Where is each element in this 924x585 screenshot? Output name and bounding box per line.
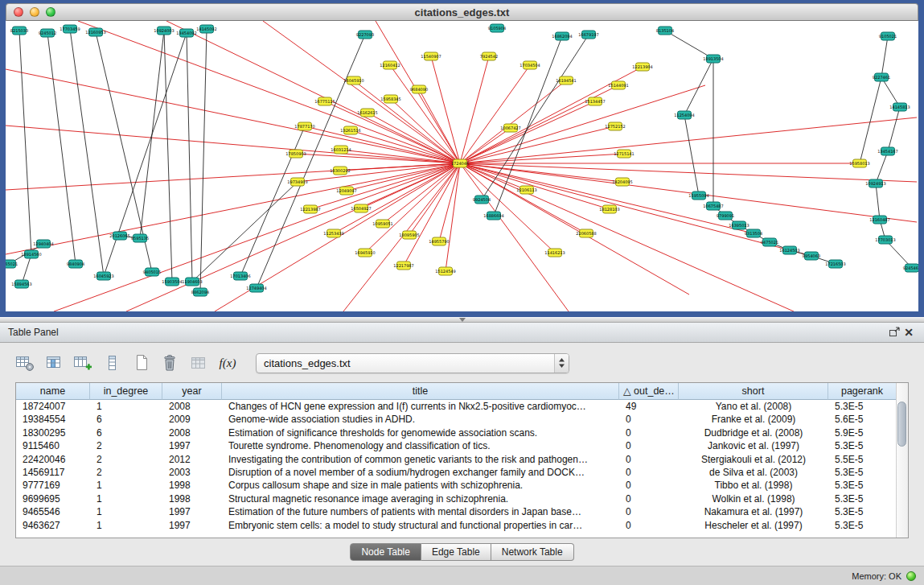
graph-node[interactable]: 9799091 <box>717 212 734 220</box>
table-selector-dropdown[interactable]: citations_edges.txt <box>256 353 569 373</box>
new-table-button[interactable] <box>129 352 153 373</box>
table-row[interactable]: 1830029562008Estimation of significance … <box>16 426 896 439</box>
graph-node[interactable]: 11253439 <box>323 229 343 237</box>
table-mode-button[interactable] <box>13 352 37 373</box>
graph-node[interactable]: 11254094 <box>674 111 694 119</box>
graph-node[interactable]: 14145092 <box>196 25 216 33</box>
graph-node[interactable]: 9465021 <box>6 260 18 268</box>
graph-node[interactable]: 15894563 <box>11 280 31 288</box>
graph-node[interactable]: 16124503 <box>779 246 799 254</box>
table-row[interactable]: 977716911998Corpus callosum shape and si… <box>16 479 896 492</box>
graph-node[interactable]: 17216503 <box>825 260 845 268</box>
table-row[interactable]: 1872400712008Changes of HCN gene express… <box>16 400 896 413</box>
graph-node[interactable]: 12049097 <box>336 187 356 195</box>
graph-node[interactable]: 12160487 <box>869 216 889 224</box>
scrollbar-thumb[interactable] <box>897 402 906 447</box>
graph-node[interactable]: 9405015 <box>143 268 161 276</box>
graph-node[interactable]: 12160953 <box>85 28 105 36</box>
graph-node[interactable]: 18913504 <box>703 55 723 63</box>
minimize-window-button[interactable] <box>30 7 39 17</box>
show-columns-button[interactable] <box>42 352 66 373</box>
table-row[interactable]: 1456911722003Disruption of a novel membe… <box>16 466 896 479</box>
graph-node[interactable]: 11416213 <box>544 249 565 257</box>
graph-node[interactable]: 16162615 <box>357 109 377 117</box>
column-header-name[interactable]: name <box>16 383 90 400</box>
graph-node[interactable]: 12752152 <box>605 122 625 130</box>
graph-node[interactable]: 8862094 <box>191 288 209 296</box>
graph-node[interactable]: 15134457 <box>585 97 605 105</box>
graph-node[interactable]: 12213987 <box>300 205 320 213</box>
graph-node[interactable]: 16886694 <box>483 212 503 220</box>
table-row[interactable]: 946554611997Estimation of the future num… <box>16 505 896 518</box>
table-row[interactable]: 2242004622012Investigating the contribut… <box>16 453 896 466</box>
graph-node[interactable]: 10675487 <box>703 202 723 210</box>
graph-node[interactable]: 9105904 <box>488 24 506 32</box>
tab-network-table[interactable]: Network Table <box>491 543 574 561</box>
column-header-title[interactable]: title <box>222 383 619 400</box>
graph-node[interactable]: 16194541 <box>556 76 576 84</box>
graph-node[interactable]: 16679197 <box>578 31 598 39</box>
close-panel-button[interactable]: ✕ <box>901 325 916 340</box>
graph-node[interactable]: 12940404 <box>33 240 53 248</box>
graph-node[interactable]: 10067427 <box>500 124 520 132</box>
graph-node[interactable]: 18300292 <box>330 167 350 175</box>
graph-node[interactable]: 17703459 <box>60 25 80 33</box>
graph-node[interactable]: 15144091 <box>608 81 628 89</box>
create-column-button[interactable] <box>71 352 95 373</box>
graph-node[interactable]: 8215033 <box>10 27 28 35</box>
close-window-button[interactable] <box>14 7 23 17</box>
graph-node[interactable]: 13261516 <box>340 126 360 134</box>
graph-node[interactable]: 18128103 <box>599 205 619 213</box>
graph-node[interactable]: 9245461 <box>903 264 918 272</box>
graph-node[interactable]: 9684090 <box>410 85 428 93</box>
graph-node[interactable]: 9227093 <box>356 31 374 39</box>
graph-node[interactable]: 9595135 <box>131 234 149 242</box>
import-table-button[interactable] <box>187 352 211 373</box>
network-canvas[interactable]: 8215033924501217703459121609531092400313… <box>6 21 918 311</box>
graph-node[interactable]: 17034504 <box>519 61 540 69</box>
graph-node[interactable]: 17877170 <box>294 122 314 130</box>
graph-node[interactable]: 17013406 <box>230 272 250 280</box>
zoom-window-button[interactable] <box>46 7 55 17</box>
graph-node[interactable]: 16862094 <box>552 32 572 40</box>
graph-node[interactable]: 9840904 <box>67 260 84 268</box>
graph-node[interactable]: 9227461 <box>873 73 890 81</box>
graph-node[interactable]: 13454167 <box>877 147 897 155</box>
graph-node[interactable]: 9475021 <box>761 238 778 246</box>
graph-node[interactable]: 18914560 <box>21 250 41 258</box>
graph-node[interactable]: 12106113 <box>516 186 536 194</box>
graph-node[interactable]: 7924542 <box>480 52 498 60</box>
graph-node[interactable]: 15955094 <box>688 192 708 200</box>
column-header-short[interactable]: short <box>679 383 828 400</box>
graph-node[interactable]: 17850903 <box>285 150 306 158</box>
graph-node[interactable]: 22060588 <box>576 229 596 237</box>
graph-node[interactable]: 14204095 <box>612 178 632 186</box>
graph-node[interactable]: 12160412 <box>380 61 400 69</box>
table-row[interactable]: 911546021997Tourette syndrome. Phenomeno… <box>16 439 896 452</box>
column-button[interactable] <box>100 352 124 373</box>
graph-node[interactable]: 16775115 <box>314 97 335 105</box>
graph-node[interactable]: 18095905 <box>399 231 419 239</box>
graph-node[interactable]: 16945910 <box>355 249 375 257</box>
graph-node[interactable]: 8135104 <box>656 27 674 35</box>
float-panel-button[interactable] <box>887 325 901 340</box>
graph-node[interactable]: 15958013 <box>849 159 869 167</box>
function-builder-button[interactable]: f(x) <box>216 352 240 373</box>
graph-node[interactable]: 1724046 <box>451 159 469 167</box>
graph-node[interactable]: 15958345 <box>380 95 400 103</box>
graph-node[interactable]: 9245012 <box>39 29 56 37</box>
column-header-pagerank[interactable]: pagerank <box>828 383 896 400</box>
graph-node[interactable]: 12217987 <box>393 262 413 270</box>
graph-node[interactable]: 14145813 <box>889 103 910 111</box>
table-row[interactable]: 946362711997Embryonic stem cells: a mode… <box>16 519 896 532</box>
graph-node[interactable]: 11904603 <box>182 278 202 286</box>
graph-node[interactable]: 8954063 <box>803 252 820 260</box>
graph-node[interactable]: 10924913 <box>865 179 885 187</box>
table-row[interactable]: 1938455462009Genome-wide association stu… <box>16 413 896 426</box>
table-row[interactable]: 969969511998Structural magnetic resonanc… <box>16 492 896 505</box>
graph-node[interactable]: 16045923 <box>93 272 113 280</box>
graph-node[interactable]: 16045910 <box>343 76 363 84</box>
panel-splitter[interactable] <box>0 317 924 323</box>
graph-node[interactable]: 9313504 <box>745 229 762 237</box>
column-header-year[interactable]: year <box>162 383 222 400</box>
